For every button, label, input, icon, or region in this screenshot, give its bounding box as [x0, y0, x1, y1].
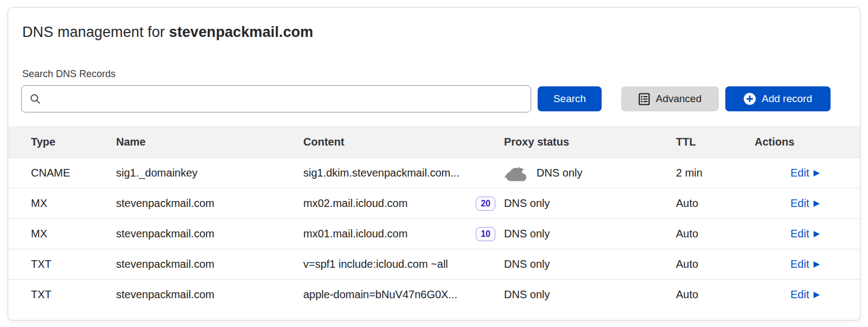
header-actions: Actions: [755, 136, 820, 148]
record-content-cell: mx02.mail.icloud.com 20: [303, 197, 504, 211]
table-row: MX stevenpackmail.com mx02.mail.icloud.c…: [8, 188, 860, 218]
record-proxy-status: DNS only: [504, 288, 550, 301]
dns-records-table: Type Name Content Proxy status TTL Actio…: [8, 126, 860, 310]
edit-link-label: Edit: [790, 258, 809, 271]
page-title: DNS management for stevenpackmail.com: [22, 24, 846, 41]
record-content-cell: apple-domain=bNuV47n6G0X...: [303, 288, 504, 301]
edit-link[interactable]: Edit▶: [790, 228, 820, 240]
table-header: Type Name Content Proxy status TTL Actio…: [8, 126, 860, 158]
search-box[interactable]: [21, 85, 531, 112]
record-proxy-cell: DNS only: [504, 165, 676, 181]
record-proxy-cell: DNS only: [504, 228, 676, 240]
search-input[interactable]: [47, 93, 522, 105]
header-ttl: TTL: [676, 136, 755, 148]
table-row: CNAME sig1._domainkey sig1.dkim.stevenpa…: [8, 158, 860, 188]
record-proxy-status: DNS only: [504, 228, 550, 240]
record-name: stevenpackmail.com: [116, 258, 303, 271]
page-title-domain: stevenpackmail.com: [169, 24, 314, 40]
record-content-cell: sig1.dkim.stevenpackmail.com...: [303, 167, 504, 179]
record-name: stevenpackmail.com: [116, 288, 303, 301]
table-row: TXT stevenpackmail.com apple-domain=bNuV…: [8, 279, 860, 310]
record-content: mx01.mail.icloud.com: [303, 228, 407, 240]
record-proxy-status: DNS only: [537, 167, 582, 179]
record-content: mx02.mail.icloud.com: [303, 197, 407, 210]
record-ttl: Auto: [676, 288, 755, 301]
record-proxy-cell: DNS only: [504, 197, 676, 210]
record-name: stevenpackmail.com: [116, 228, 303, 240]
record-name: stevenpackmail.com: [116, 197, 303, 210]
record-content-cell: mx01.mail.icloud.com 10: [303, 227, 504, 241]
record-type: TXT: [31, 288, 116, 301]
record-name: sig1._domainkey: [116, 167, 303, 179]
edit-arrow-icon: ▶: [813, 169, 820, 177]
advanced-list-icon: [639, 93, 650, 105]
advanced-button-label: Advanced: [656, 93, 702, 105]
dns-management-card: DNS management for stevenpackmail.com Se…: [8, 7, 860, 320]
search-icon: [30, 93, 41, 104]
search-button[interactable]: Search: [538, 86, 602, 111]
table-row: TXT stevenpackmail.com v=spf1 include:ic…: [8, 249, 860, 279]
record-actions-cell: Edit▶: [755, 228, 820, 240]
edit-link-label: Edit: [790, 197, 809, 210]
plus-circle-icon: [744, 93, 756, 105]
record-content: v=spf1 include:icloud.com ~all: [303, 258, 448, 271]
record-actions-cell: Edit▶: [755, 258, 820, 271]
priority-badge: 10: [476, 227, 495, 241]
search-controls: Search Advanced: [21, 85, 831, 112]
record-content-cell: v=spf1 include:icloud.com ~all: [303, 258, 504, 271]
record-ttl: 2 min: [676, 167, 755, 179]
table-row: MX stevenpackmail.com mx01.mail.icloud.c…: [8, 218, 860, 249]
record-actions-cell: Edit▶: [755, 197, 820, 210]
record-actions-cell: Edit▶: [755, 167, 820, 179]
header-type: Type: [31, 136, 116, 148]
record-proxy-status: DNS only: [504, 197, 550, 210]
record-type: TXT: [31, 258, 116, 271]
record-proxy-status: DNS only: [504, 258, 550, 271]
add-record-button-label: Add record: [762, 93, 812, 105]
header-content: Content: [303, 136, 504, 148]
header-name: Name: [116, 136, 303, 148]
priority-badge: 20: [476, 197, 495, 211]
record-type: CNAME: [31, 167, 116, 179]
edit-link-label: Edit: [790, 228, 809, 240]
record-proxy-cell: DNS only: [504, 288, 676, 301]
edit-arrow-icon: ▶: [813, 230, 820, 238]
edit-link[interactable]: Edit▶: [790, 167, 820, 179]
record-content: sig1.dkim.stevenpackmail.com...: [303, 167, 459, 179]
edit-arrow-icon: ▶: [813, 199, 820, 207]
edit-arrow-icon: ▶: [813, 291, 820, 299]
edit-link[interactable]: Edit▶: [790, 258, 820, 271]
search-label: Search DNS Records: [22, 68, 846, 80]
edit-link-label: Edit: [790, 167, 809, 179]
advanced-button[interactable]: Advanced: [621, 86, 719, 111]
record-type: MX: [31, 197, 116, 210]
record-proxy-cell: DNS only: [504, 258, 676, 271]
edit-arrow-icon: ▶: [813, 260, 820, 268]
dns-only-cloud-icon: [504, 165, 529, 181]
record-type: MX: [31, 228, 116, 240]
page-title-prefix: DNS management for: [22, 24, 169, 40]
record-actions-cell: Edit▶: [755, 288, 820, 301]
header-proxy-status: Proxy status: [504, 136, 676, 148]
record-ttl: Auto: [676, 197, 755, 210]
record-ttl: Auto: [676, 228, 755, 240]
edit-link-label: Edit: [790, 288, 809, 301]
record-ttl: Auto: [676, 258, 755, 271]
edit-link[interactable]: Edit▶: [790, 288, 820, 301]
record-content: apple-domain=bNuV47n6G0X...: [303, 288, 457, 301]
add-record-button[interactable]: Add record: [725, 86, 831, 111]
edit-link[interactable]: Edit▶: [790, 197, 820, 210]
table-body: CNAME sig1._domainkey sig1.dkim.stevenpa…: [8, 158, 860, 310]
